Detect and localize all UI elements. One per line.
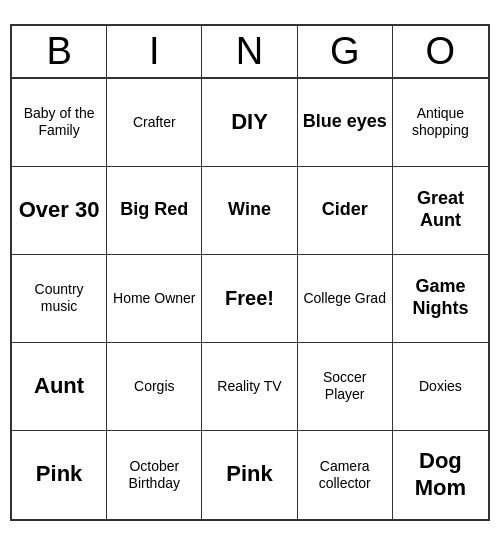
cell-text-8: Cider xyxy=(322,199,368,221)
bingo-cell-2: DIY xyxy=(202,79,297,167)
cell-text-5: Over 30 xyxy=(19,197,100,223)
cell-text-14: Game Nights xyxy=(397,276,484,319)
bingo-cell-14: Game Nights xyxy=(393,255,488,343)
bingo-cell-4: Antique shopping xyxy=(393,79,488,167)
bingo-cell-19: Doxies xyxy=(393,343,488,431)
cell-text-4: Antique shopping xyxy=(397,105,484,139)
cell-text-11: Home Owner xyxy=(113,290,195,307)
cell-text-17: Reality TV xyxy=(217,378,281,395)
bingo-cell-24: Dog Mom xyxy=(393,431,488,519)
cell-text-22: Pink xyxy=(226,461,272,487)
cell-text-1: Crafter xyxy=(133,114,176,131)
bingo-cell-9: Great Aunt xyxy=(393,167,488,255)
bingo-cell-10: Country music xyxy=(12,255,107,343)
bingo-cell-5: Over 30 xyxy=(12,167,107,255)
bingo-cell-6: Big Red xyxy=(107,167,202,255)
cell-text-6: Big Red xyxy=(120,199,188,221)
bingo-cell-3: Blue eyes xyxy=(298,79,393,167)
cell-text-3: Blue eyes xyxy=(303,111,387,133)
cell-text-7: Wine xyxy=(228,199,271,221)
bingo-cell-21: October Birthday xyxy=(107,431,202,519)
bingo-grid: Baby of the FamilyCrafterDIYBlue eyesAnt… xyxy=(12,79,488,519)
bingo-cell-0: Baby of the Family xyxy=(12,79,107,167)
bingo-cell-12: Free! xyxy=(202,255,297,343)
bingo-letter-n: N xyxy=(202,26,297,77)
cell-text-21: October Birthday xyxy=(111,458,197,492)
bingo-letter-g: G xyxy=(298,26,393,77)
cell-text-20: Pink xyxy=(36,461,82,487)
cell-text-19: Doxies xyxy=(419,378,462,395)
bingo-cell-17: Reality TV xyxy=(202,343,297,431)
cell-text-13: College Grad xyxy=(303,290,386,307)
bingo-cell-16: Corgis xyxy=(107,343,202,431)
bingo-cell-15: Aunt xyxy=(12,343,107,431)
bingo-letter-b: B xyxy=(12,26,107,77)
bingo-card: BINGO Baby of the FamilyCrafterDIYBlue e… xyxy=(10,24,490,521)
cell-text-24: Dog Mom xyxy=(397,448,484,501)
bingo-letter-o: O xyxy=(393,26,488,77)
cell-text-12: Free! xyxy=(225,286,274,310)
bingo-cell-13: College Grad xyxy=(298,255,393,343)
cell-text-18: Soccer Player xyxy=(302,369,388,403)
bingo-cell-1: Crafter xyxy=(107,79,202,167)
bingo-letter-i: I xyxy=(107,26,202,77)
bingo-cell-22: Pink xyxy=(202,431,297,519)
cell-text-16: Corgis xyxy=(134,378,174,395)
bingo-cell-7: Wine xyxy=(202,167,297,255)
cell-text-23: Camera collector xyxy=(302,458,388,492)
cell-text-9: Great Aunt xyxy=(397,188,484,231)
bingo-cell-18: Soccer Player xyxy=(298,343,393,431)
cell-text-0: Baby of the Family xyxy=(16,105,102,139)
bingo-cell-8: Cider xyxy=(298,167,393,255)
cell-text-10: Country music xyxy=(16,281,102,315)
bingo-header: BINGO xyxy=(12,26,488,79)
bingo-cell-20: Pink xyxy=(12,431,107,519)
bingo-cell-23: Camera collector xyxy=(298,431,393,519)
cell-text-15: Aunt xyxy=(34,373,84,399)
cell-text-2: DIY xyxy=(231,109,268,135)
bingo-cell-11: Home Owner xyxy=(107,255,202,343)
